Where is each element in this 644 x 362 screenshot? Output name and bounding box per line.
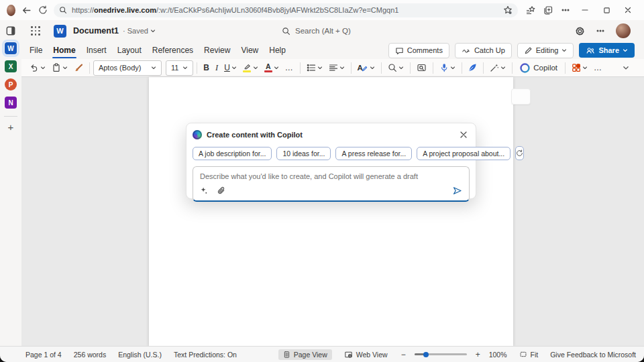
dialog-close-button[interactable] (458, 129, 470, 141)
tab-review[interactable]: Review (199, 43, 235, 58)
toolbar-divider (483, 62, 484, 74)
powerpoint-icon: P (9, 81, 13, 88)
document-title[interactable]: Document1 (73, 26, 119, 36)
language[interactable]: English (U.S.) (118, 351, 162, 359)
styles-button[interactable]: A (355, 60, 378, 75)
font-color-button[interactable]: A (262, 60, 282, 75)
format-painter-button[interactable] (71, 60, 86, 75)
rewrite-sparkle-icon[interactable] (200, 186, 209, 195)
page-view-button[interactable]: Page View (278, 349, 332, 360)
fit-button[interactable]: Fit (515, 349, 543, 360)
tab-view[interactable]: View (235, 43, 264, 58)
refresh-suggestions-button[interactable] (515, 146, 524, 160)
url-text[interactable]: https://onedrive.live.com/:w:/t/EaCKkPs6… (72, 6, 498, 14)
tab-home[interactable]: Home (48, 43, 80, 58)
settings-button[interactable] (575, 26, 585, 36)
web-view-button[interactable]: Web View (339, 349, 392, 360)
feedback-link[interactable]: Give Feedback to Microsoft (550, 351, 636, 359)
save-status[interactable]: · Saved (123, 27, 156, 35)
page-count[interactable]: Page 1 of 4 (25, 351, 62, 359)
sidebar-powerpoint-app[interactable]: P (5, 78, 17, 90)
font-size-select[interactable]: 11 (166, 60, 193, 76)
bold-button[interactable]: B (201, 60, 212, 75)
sidebar-onenote-app[interactable]: N (5, 97, 17, 109)
editing-mode-button[interactable]: Editing (517, 43, 574, 58)
zoom-level[interactable]: 100% (489, 351, 507, 359)
maximize-icon (603, 7, 610, 14)
toolbar-divider (197, 62, 197, 74)
tab-references[interactable]: References (147, 43, 199, 58)
favorites-bar-button[interactable] (523, 3, 538, 17)
address-bar[interactable]: https://onedrive.live.com/:w:/t/EaCKkPs6… (54, 3, 518, 17)
chip-ideas[interactable]: 10 ideas for... (276, 147, 331, 160)
margin-note-button[interactable] (511, 88, 531, 105)
addins-button[interactable] (569, 60, 590, 75)
bullet-list-button[interactable] (304, 60, 325, 75)
tab-insert[interactable]: Insert (81, 43, 112, 58)
italic-button[interactable]: I (213, 60, 221, 75)
send-icon[interactable] (452, 186, 462, 196)
browser-profile-avatar[interactable] (7, 5, 15, 16)
zoom-in-button[interactable]: + (474, 350, 482, 359)
zoom-slider[interactable] (415, 353, 467, 355)
catch-up-button[interactable]: Catch Up (455, 43, 512, 58)
word-logo-icon[interactable]: W (54, 25, 66, 38)
collections-button[interactable] (541, 3, 555, 17)
search-box[interactable]: Search (Alt + Q) (282, 20, 351, 42)
chevron-down-icon (500, 65, 506, 70)
underline-button[interactable]: U (221, 60, 239, 75)
minimize-button[interactable] (576, 2, 594, 18)
app-launcher-button[interactable] (31, 26, 40, 36)
share-button[interactable]: Share (579, 43, 635, 58)
paste-button[interactable] (49, 60, 70, 75)
chevron-down-icon (561, 48, 567, 53)
paperclip-icon[interactable] (217, 186, 225, 195)
tab-file[interactable]: File (24, 43, 48, 58)
chevron-down-icon (150, 28, 156, 34)
document-page[interactable] (149, 77, 513, 346)
zoom-out-button[interactable]: − (400, 350, 407, 359)
zoom-slider-thumb[interactable] (423, 352, 429, 357)
reuse-files-button[interactable] (414, 60, 429, 75)
toolbar-divider (462, 62, 462, 74)
pencil-icon (524, 46, 533, 55)
align-icon (329, 63, 338, 72)
close-window-button[interactable] (619, 2, 637, 18)
chip-project-proposal[interactable]: A project proposal about... (417, 147, 511, 160)
font-name-select[interactable]: Aptos (Body) (93, 60, 162, 76)
sidebar-pages-button[interactable] (5, 25, 16, 36)
auto-rewrite-button[interactable] (487, 60, 508, 75)
undo-icon (30, 63, 39, 72)
maximize-button[interactable] (597, 2, 616, 18)
chip-press-release[interactable]: A press release for... (335, 147, 412, 160)
more-font-options-button[interactable]: … (282, 60, 297, 75)
sidebar-excel-app[interactable]: X (5, 60, 17, 72)
ribbon-right-actions: Comments Catch Up Editing Share (388, 43, 641, 58)
toolbar-overflow-button[interactable]: … (591, 60, 605, 75)
undo-button[interactable] (27, 60, 48, 75)
account-avatar[interactable] (616, 23, 631, 38)
alignment-button[interactable] (326, 60, 347, 75)
word-header: W Document1 · Saved Search (Alt + Q) (21, 20, 644, 42)
header-more-button[interactable] (596, 26, 605, 36)
text-predictions[interactable]: Text Predictions: On (174, 351, 237, 359)
sidebar-add-button[interactable]: + (8, 123, 14, 132)
refresh-button[interactable] (37, 3, 48, 17)
comments-button[interactable]: Comments (388, 43, 449, 58)
sidebar-word-app[interactable]: W (5, 42, 17, 54)
dialog-title: Create content with Copilot (207, 131, 303, 139)
collapse-ribbon-button[interactable] (623, 64, 629, 71)
chip-job-description[interactable]: A job description for... (193, 147, 272, 160)
editor-button[interactable] (465, 60, 480, 75)
find-button[interactable] (385, 60, 407, 75)
browser-menu-button[interactable] (558, 3, 573, 17)
copilot-button[interactable]: Copilot (516, 63, 561, 73)
tab-layout[interactable]: Layout (112, 43, 147, 58)
input-toolbar (200, 186, 462, 196)
tab-help[interactable]: Help (264, 43, 291, 58)
favorite-star-icon[interactable] (503, 5, 513, 15)
word-count[interactable]: 256 words (74, 351, 106, 359)
dictate-button[interactable] (437, 60, 458, 75)
highlight-color-button[interactable] (240, 60, 261, 75)
back-button[interactable] (21, 3, 32, 17)
